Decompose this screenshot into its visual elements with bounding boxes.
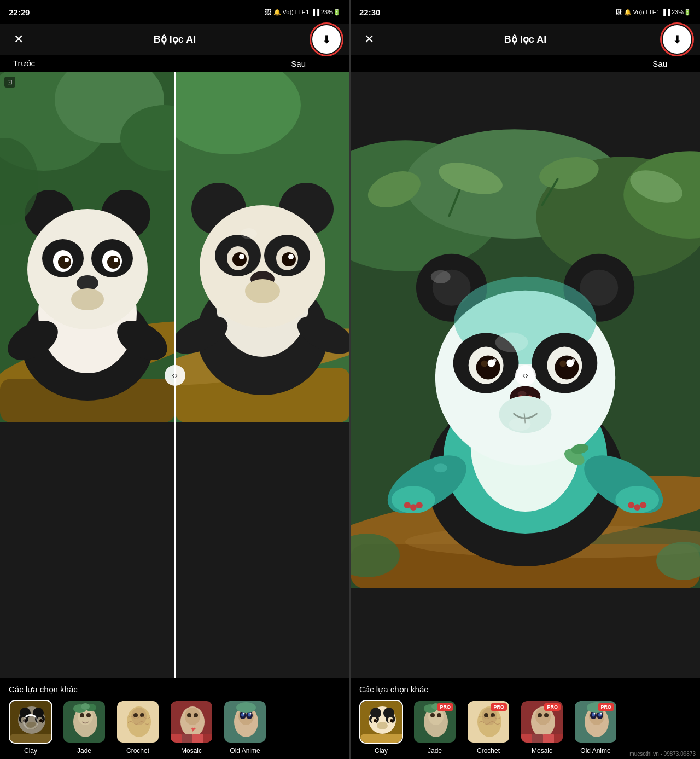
download-button-right[interactable]: ⬇ (663, 25, 691, 54)
status-photo-icon: 🖼 (265, 8, 271, 16)
svg-point-138 (634, 504, 640, 511)
svg-point-176 (538, 713, 542, 717)
svg-point-158 (377, 722, 388, 729)
filter-thumb-mosaic-right[interactable]: PRO (520, 700, 564, 744)
svg-point-119 (481, 361, 488, 367)
filter-row-left: Clay (0, 700, 349, 755)
pro-badge-jade-right: PRO (437, 703, 453, 711)
top-title-right: Bộ lọc AI (504, 33, 546, 45)
split-handle[interactable]: ‹› (165, 365, 185, 386)
svg-rect-78 (192, 734, 203, 744)
ba-labels-right: Sau (351, 55, 700, 72)
svg-rect-159 (360, 734, 403, 744)
filter-thumb-crochet-left[interactable] (116, 700, 160, 744)
filter-thumb-clay-left[interactable] (9, 700, 52, 744)
filter-item-mosaic-left[interactable]: Mosaic (167, 700, 215, 755)
right-phone-panel: 22:30 🖼 🔔 Vo)) LTE1 ▐▐ 23%🔋 ✕ Bộ lọc AI … (351, 0, 700, 759)
svg-point-145 (434, 463, 447, 472)
image-area-left: ‹› ⊡ (0, 72, 349, 678)
status-icons-left: 🖼 🔔 Vo)) LTE1 ▐▐ 23%🔋 (265, 8, 341, 16)
svg-point-118 (555, 356, 579, 380)
svg-point-139 (640, 502, 646, 508)
svg-point-136 (416, 502, 423, 508)
handle-right[interactable]: ‹› (515, 365, 536, 386)
filter-thumb-old-anime-left[interactable] (223, 700, 267, 744)
filter-name-mosaic-right: Mosaic (532, 747, 552, 755)
svg-point-117 (476, 356, 500, 380)
filter-item-jade-left[interactable]: Jade (60, 700, 108, 755)
pro-badge-old-anime-right: PRO (598, 703, 614, 711)
filter-item-old-anime-left[interactable]: Old Anime (221, 700, 269, 755)
filter-item-crochet-left[interactable]: Crochet (114, 700, 162, 755)
pro-badge-mosaic-right: PRO (544, 703, 561, 711)
handle-arrows-icon-right: ‹› (522, 370, 528, 380)
svg-rect-77 (182, 734, 192, 744)
filter-thumb-old-anime-right[interactable]: PRO (574, 700, 617, 744)
status-time-right: 22:30 (359, 8, 380, 17)
svg-rect-180 (543, 734, 554, 744)
filter-item-clay-left[interactable]: Clay (7, 700, 55, 755)
filter-item-old-anime-right[interactable]: PRO Old Anime (571, 700, 620, 755)
filter-item-mosaic-right[interactable]: PRO Mosaic (518, 700, 566, 755)
after-label-right: Sau (652, 59, 667, 68)
svg-point-163 (430, 713, 435, 717)
svg-rect-79 (203, 734, 213, 744)
jade-thumb-svg (63, 701, 106, 744)
top-title-left: Bộ lọc AI (154, 33, 196, 45)
filter-name-clay-right: Clay (375, 747, 388, 755)
filter-name-old-anime-right: Old Anime (580, 747, 610, 755)
svg-point-143 (509, 418, 531, 431)
filter-thumb-jade-right[interactable]: PRO (413, 700, 457, 744)
split-container: ‹› ⊡ (0, 72, 349, 678)
filter-name-jade-left: Jade (77, 747, 91, 755)
download-button-left[interactable]: ⬇ (312, 25, 341, 54)
left-phone-panel: 22:29 🖼 🔔 Vo)) LTE1 ▐▐ 23%🔋 ✕ Bộ lọc AI … (0, 0, 349, 759)
crochet-thumb-svg (117, 701, 160, 744)
svg-point-10 (27, 209, 148, 329)
svg-point-87 (243, 713, 245, 715)
svg-point-37 (232, 252, 247, 266)
svg-point-88 (250, 713, 252, 715)
svg-point-144 (431, 270, 451, 283)
svg-point-18 (114, 258, 118, 262)
filter-item-clay-right[interactable]: Clay (357, 700, 405, 755)
svg-point-89 (236, 702, 256, 713)
svg-point-134 (404, 502, 411, 508)
filter-thumb-mosaic-left[interactable] (170, 700, 213, 744)
top-bar-right: ✕ Bộ lọc AI ⬇ (351, 24, 700, 55)
ba-labels-left: Trước Sau (0, 55, 349, 72)
before-image (0, 72, 175, 678)
svg-point-142 (495, 333, 528, 352)
svg-point-42 (245, 279, 280, 303)
close-button-left[interactable]: ✕ (9, 30, 28, 49)
svg-point-157 (390, 719, 393, 722)
svg-point-75 (194, 713, 198, 717)
filter-name-crochet-right: Crochet (477, 747, 500, 755)
status-signal-text: 🔔 Vo)) LTE1 ▐▐ 23%🔋 (273, 9, 341, 16)
loading-overlay-clay (10, 701, 51, 743)
svg-point-15 (58, 256, 71, 269)
section-label-right: Các lựa chọn khác (351, 685, 700, 700)
filter-item-crochet-right[interactable]: PRO Crochet (464, 700, 512, 755)
filter-thumb-crochet-right[interactable]: PRO (466, 700, 510, 744)
svg-point-177 (544, 713, 549, 717)
svg-point-135 (410, 504, 417, 511)
svg-point-39 (239, 254, 244, 259)
close-button-right[interactable]: ✕ (359, 30, 379, 49)
filter-item-jade-right[interactable]: PRO Jade (411, 700, 459, 755)
mosaic-thumb-svg (171, 701, 213, 744)
svg-point-123 (493, 359, 497, 362)
section-label-left: Các lựa chọn khác (0, 685, 349, 700)
svg-point-189 (594, 713, 596, 715)
bottom-section-right: Các lựa chọn khác (351, 678, 700, 759)
filter-name-mosaic-left: Mosaic (181, 747, 202, 755)
svg-point-61 (80, 713, 84, 717)
filter-thumb-clay-right[interactable] (359, 700, 403, 744)
status-signal-text-right: 🔔 Vo)) LTE1 ▐▐ 23%🔋 (624, 9, 691, 16)
bottom-section-left: Các lựa chọn khác (0, 678, 349, 759)
svg-point-45 (241, 228, 257, 239)
pro-badge-crochet-right: PRO (491, 703, 507, 711)
svg-rect-181 (554, 734, 564, 744)
filter-thumb-jade-left[interactable] (62, 700, 106, 744)
panda-after-svg (175, 72, 350, 422)
